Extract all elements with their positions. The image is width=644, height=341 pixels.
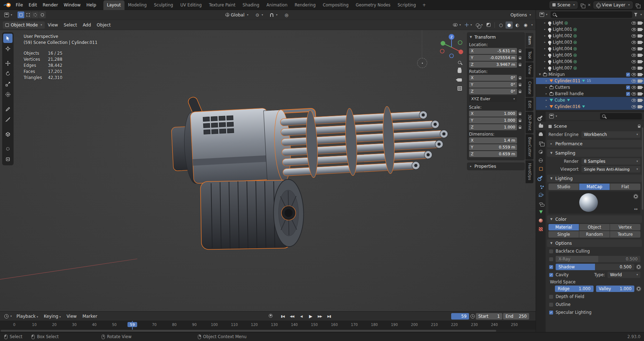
tab-constraints[interactable] [536, 199, 546, 208]
tab-world[interactable] [536, 156, 546, 165]
timeline-scrollbar[interactable] [0, 330, 536, 332]
shading-solid-button[interactable]: ● [506, 21, 513, 29]
shading-wireframe-button[interactable]: ○ [497, 21, 504, 29]
hide-viewport-icon[interactable] [631, 92, 636, 96]
prev-keyframe-button[interactable]: ◀◀ [288, 313, 296, 320]
lock-scale-y[interactable] [517, 117, 523, 123]
dimensions-x-field[interactable]: X1.4 m [469, 137, 517, 143]
sidebar-tab-create[interactable]: Create [526, 78, 533, 97]
current-frame-field[interactable]: 59 [451, 313, 469, 320]
expand-icon[interactable]: ▸ [543, 41, 547, 44]
hide-viewport-icon[interactable] [631, 99, 636, 102]
sidebar-tab-edit[interactable]: Edit [526, 98, 533, 111]
timeline-menu-view[interactable]: View [64, 313, 79, 320]
xray-checkbox[interactable] [549, 257, 553, 261]
lock-location-x[interactable] [517, 48, 523, 54]
shadow-slider[interactable]: Shadow0.500 [556, 264, 634, 270]
camera-view-button[interactable] [457, 78, 462, 83]
disable-render-icon[interactable] [638, 92, 642, 96]
cursor-tool[interactable] [3, 44, 13, 53]
annotate-tool[interactable] [3, 104, 13, 114]
color-section-header[interactable]: ▼Color [547, 215, 642, 223]
hide-viewport-icon[interactable] [631, 73, 636, 76]
scale-tool[interactable] [3, 79, 13, 89]
lock-scale-z[interactable] [517, 124, 523, 130]
hide-viewport-icon[interactable] [631, 34, 636, 38]
lock-scale-x[interactable] [517, 111, 523, 117]
tab-object[interactable] [536, 165, 546, 173]
expand-icon[interactable]: ▸ [543, 54, 547, 57]
menu-file[interactable]: File [13, 1, 26, 9]
matcap-sphere[interactable] [579, 193, 598, 212]
timeline-menu-keying[interactable]: Keying▾ [42, 313, 63, 320]
tab-modifiers[interactable] [536, 173, 546, 182]
cavity-type-dropdown[interactable]: World▾ [608, 272, 640, 278]
lock-rotation-y[interactable] [517, 82, 523, 88]
properties-panel-collapsed[interactable]: ▸ Properties [467, 162, 525, 170]
lighting-section-header[interactable]: ▼Lighting [547, 175, 642, 182]
delete-scene-button[interactable]: × [586, 2, 592, 8]
expand-icon[interactable]: ▸ [543, 28, 547, 31]
tab-physics[interactable] [536, 190, 546, 199]
outliner-row-minigun[interactable]: ▼Minigun✓ [536, 71, 644, 78]
location-x-field[interactable]: X-5.631 m [469, 48, 517, 54]
outliner-row-light-004[interactable]: ▸Light.004 [536, 45, 644, 52]
outliner-row-light-001[interactable]: ▸Light.001 [536, 26, 644, 33]
add-workspace-button[interactable]: + [419, 0, 429, 10]
workspace-tab-animation[interactable]: Animation [263, 0, 291, 10]
expand-icon[interactable]: ▸ [545, 106, 548, 108]
workspace-tab-scripting[interactable]: Scripting [394, 0, 419, 10]
dimensions-z-field[interactable]: Z0.659 m [469, 151, 517, 157]
expand-icon[interactable]: ▸ [545, 99, 548, 102]
timeline-ruler[interactable]: 0102030405060708090100110120130140150160… [0, 321, 536, 330]
viewport-menu-view[interactable]: View [45, 21, 60, 29]
pin-icon[interactable] [638, 126, 640, 128]
navigation-gizmo[interactable]: Z [439, 33, 464, 58]
location-z-field[interactable]: Z3.9467 m [469, 62, 517, 68]
disable-render-icon[interactable] [638, 99, 642, 102]
menu-window[interactable]: Window [61, 1, 83, 9]
disable-render-icon[interactable] [638, 54, 642, 57]
options-dropdown[interactable]: Options ▾ [509, 12, 533, 18]
frame-end-field[interactable]: End250 [503, 313, 529, 320]
sidebar-tab-boxcutter[interactable]: BoxCutter [526, 134, 533, 160]
workspace-tab-uv-editing[interactable]: UV Editing [177, 0, 205, 10]
disable-render-icon[interactable] [638, 73, 642, 76]
xray-slider[interactable]: X-Ray0.500 [556, 256, 640, 262]
scale-x-field[interactable]: X1.000 [469, 111, 517, 117]
tab-particles[interactable] [536, 182, 546, 190]
jump-to-end-button[interactable]: ▶▮ [325, 313, 333, 320]
outliner-row-cutters[interactable]: ▸Cutters✓ [536, 84, 644, 91]
outliner-row-barrell-handle[interactable]: ▸Barrell handle✓ [536, 91, 644, 97]
scene-selector[interactable]: Scene ▾ [550, 1, 578, 9]
lock-rotation-x[interactable] [517, 75, 523, 81]
render-engine-dropdown[interactable]: Workbench▾ [581, 131, 640, 138]
dimensions-y-field[interactable]: Y0.559 m [469, 144, 517, 150]
disable-render-icon[interactable] [638, 67, 642, 70]
minigun-model[interactable] [159, 77, 460, 257]
transform-tool[interactable] [3, 90, 13, 99]
show-gizmo-dropdown[interactable]: ▾ [463, 22, 473, 28]
shading-rendered-button[interactable]: ◉ [522, 21, 529, 29]
hide-viewport-icon[interactable] [631, 28, 636, 31]
workspace-tab-compositing[interactable]: Compositing [319, 0, 352, 10]
outliner-row-light-006[interactable]: ▸Light.006 [536, 58, 644, 65]
zoom-button[interactable] [458, 60, 461, 65]
menu-edit[interactable]: Edit [26, 1, 40, 9]
properties-scrollbar[interactable] [642, 127, 643, 210]
measure-tool[interactable] [3, 115, 13, 124]
object-visibility-dropdown[interactable]: ▾ [452, 23, 462, 27]
disable-render-icon[interactable] [638, 86, 642, 89]
collection-checkbox[interactable]: ✓ [626, 73, 630, 77]
hide-viewport-icon[interactable] [631, 86, 636, 89]
shading-material-button[interactable]: ◐ [514, 21, 521, 29]
workspace-tab-geometry-nodes[interactable]: Geometry Nodes [352, 0, 394, 10]
sidebar-tab-hardops[interactable]: HardOps [526, 160, 533, 183]
select-box-tool[interactable] [3, 34, 13, 43]
rotation-mode-dropdown[interactable]: XYZ Euler▾ [469, 96, 517, 102]
filter-icon[interactable] [634, 13, 638, 16]
scale-y-field[interactable]: Y1.000 [469, 117, 517, 123]
box-select-icon[interactable] [25, 11, 31, 18]
workspace-tab-texture-paint[interactable]: Texture Paint [205, 0, 239, 10]
overlays-dropdown[interactable]: ▾ [474, 23, 484, 28]
